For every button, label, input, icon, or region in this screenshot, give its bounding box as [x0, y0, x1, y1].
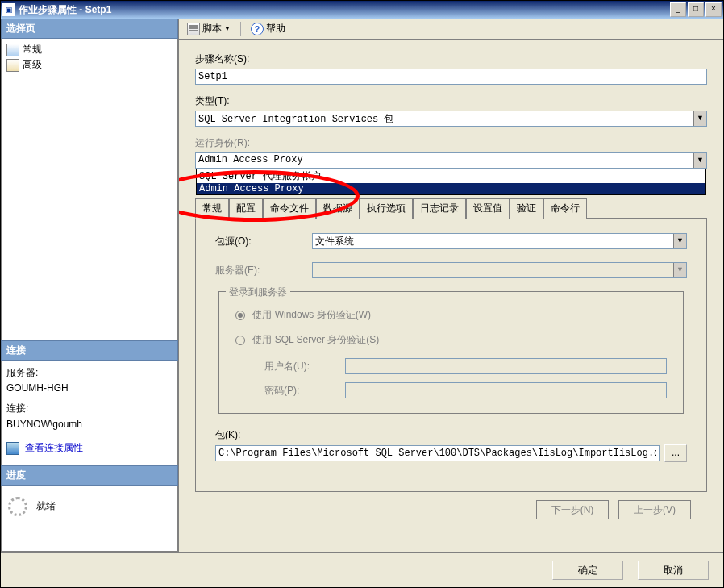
- step-name-input[interactable]: [195, 69, 707, 85]
- cancel-button[interactable]: 取消: [638, 561, 709, 580]
- ok-button[interactable]: 确定: [552, 561, 623, 580]
- progress-spinner-icon: [8, 497, 27, 516]
- nav-item-general[interactable]: 常规: [5, 42, 174, 57]
- auth-sql-radio: 使用 SQL Server 身份验证(S): [235, 333, 667, 347]
- help-button[interactable]: ? 帮助: [248, 20, 289, 37]
- left-pane: 选择页 常规 高级 连接 服务器: GOUMH-HGH 连: [1, 19, 178, 552]
- chevron-down-icon[interactable]: [673, 234, 686, 248]
- server-value: [313, 263, 673, 277]
- script-label: 脚本: [202, 22, 222, 35]
- server-label: 服务器:: [6, 365, 173, 381]
- runas-option[interactable]: Admin Access Proxy: [197, 183, 705, 194]
- help-label: 帮助: [266, 22, 285, 35]
- progress-status: 就绪: [36, 500, 56, 511]
- runas-option[interactable]: SQL Server 代理服务帐户: [197, 169, 705, 183]
- type-combo[interactable]: SQL Server Integration Services 包: [195, 111, 707, 127]
- tab-cmdfile[interactable]: 命令文件: [263, 198, 316, 219]
- chevron-down-icon[interactable]: [693, 111, 706, 126]
- toolbar-separator: [240, 22, 241, 36]
- right-pane: 脚本 ▼ ? 帮助 步骤名称(S):: [178, 19, 723, 552]
- tab-panel-general: 包源(O): 文件系统 服务器(E):: [195, 218, 707, 492]
- form-area: 步骤名称(S): 类型(T): SQL Server Integration S…: [179, 40, 723, 552]
- step-name-label: 步骤名称(S):: [195, 52, 707, 66]
- tab-logging[interactable]: 日志记录: [413, 198, 466, 219]
- progress-header: 进度: [1, 465, 178, 486]
- browse-button[interactable]: ...: [664, 444, 687, 462]
- tab-cmdline[interactable]: 命令行: [543, 198, 587, 219]
- connection-props-icon: [6, 442, 19, 455]
- tab-general[interactable]: 常规: [195, 198, 229, 219]
- script-icon: [187, 23, 200, 35]
- server-value: GOUMH-HGH: [6, 381, 173, 396]
- radio-icon: [235, 336, 245, 345]
- nav-item-label: 高级: [23, 58, 42, 72]
- page-icon: [6, 44, 19, 56]
- next-button: 下一步(N): [536, 500, 609, 519]
- server-combo: [312, 262, 687, 278]
- toolbar: 脚本 ▼ ? 帮助: [179, 19, 723, 40]
- pkg-source-value: 文件系统: [313, 234, 673, 248]
- page-icon: [6, 59, 19, 72]
- server-field-label: 服务器(E):: [215, 264, 312, 277]
- radio-icon: [235, 311, 245, 320]
- connection-header: 连接: [1, 340, 178, 361]
- tab-datasource[interactable]: 数据源: [316, 198, 360, 219]
- pass-label: 密码(P):: [264, 384, 345, 398]
- prev-button: 上一步(V): [618, 500, 691, 519]
- login-fieldset: 登录到服务器 使用 Windows 身份验证(W) 使用 SQL Server …: [218, 291, 684, 414]
- view-connection-props-link[interactable]: 查看连接属性: [25, 442, 83, 453]
- tab-verify[interactable]: 验证: [510, 198, 543, 219]
- minimize-button[interactable]: _: [670, 2, 686, 17]
- help-icon: ?: [251, 23, 264, 35]
- conn-value: BUYNOW\goumh: [6, 417, 173, 432]
- type-value: SQL Server Integration Services 包: [196, 111, 693, 126]
- auth-win-label: 使用 Windows 身份验证(W): [252, 309, 371, 320]
- tab-execopts[interactable]: 执行选项: [360, 198, 413, 219]
- dialog-window: ▣ 作业步骤属性 - Setp1 _ □ × 选择页 常规 高级: [0, 0, 724, 588]
- chevron-down-icon: [673, 263, 686, 277]
- pass-input: [345, 382, 667, 398]
- auth-sql-label: 使用 SQL Server 身份验证(S): [252, 334, 379, 345]
- dialog-footer: 确定 取消: [1, 552, 723, 587]
- auth-win-radio: 使用 Windows 身份验证(W): [235, 308, 667, 322]
- nav-item-advanced[interactable]: 高级: [5, 57, 174, 73]
- chevron-down-icon[interactable]: [693, 153, 706, 168]
- tab-strip: 常规 配置 命令文件 数据源 执行选项 日志记录 设置值 验证 命令行: [195, 198, 707, 218]
- pkg-label: 包(K):: [215, 428, 687, 442]
- user-input: [345, 358, 667, 374]
- runas-value: Admin Access Proxy: [196, 153, 693, 168]
- runas-combo[interactable]: Admin Access Proxy SQL Server 代理服务帐户 Adm…: [195, 152, 707, 169]
- login-legend: 登录到服务器: [226, 286, 290, 299]
- user-label: 用户名(U):: [264, 360, 345, 373]
- chevron-down-icon: ▼: [224, 25, 231, 32]
- conn-label: 连接:: [6, 401, 173, 416]
- script-button[interactable]: 脚本 ▼: [184, 20, 234, 37]
- tab-setvalues[interactable]: 设置值: [466, 198, 510, 219]
- nav-item-label: 常规: [23, 43, 42, 56]
- select-page-header: 选择页: [1, 19, 178, 39]
- maximize-button[interactable]: □: [688, 2, 704, 17]
- window-title: 作业步骤属性 - Setp1: [19, 3, 668, 17]
- pkg-path-input[interactable]: [215, 445, 660, 461]
- runas-dropdown-list: SQL Server 代理服务帐户 Admin Access Proxy: [196, 169, 706, 195]
- app-icon: ▣: [2, 3, 15, 16]
- close-button[interactable]: ×: [705, 2, 722, 17]
- pkg-source-label: 包源(O):: [215, 235, 312, 248]
- wizard-nav: 下一步(N) 上一步(V): [195, 492, 707, 519]
- runas-label: 运行身份(R):: [195, 136, 707, 150]
- tab-config[interactable]: 配置: [229, 198, 263, 219]
- pkg-source-combo[interactable]: 文件系统: [312, 233, 687, 249]
- titlebar: ▣ 作业步骤属性 - Setp1 _ □ ×: [1, 1, 723, 19]
- type-label: 类型(T):: [195, 94, 707, 108]
